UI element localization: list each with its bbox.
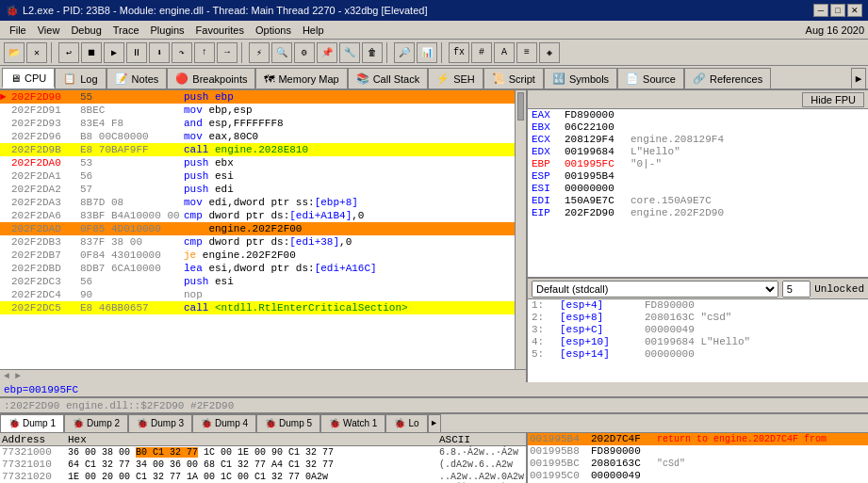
tb-stepout[interactable]: ↑ (194, 42, 215, 63)
menu-help[interactable]: Help (297, 23, 330, 38)
menu-debug[interactable]: Debug (65, 23, 106, 38)
tb-b1[interactable]: ⚡ (249, 42, 270, 63)
scroll-thumb[interactable] (517, 92, 524, 121)
menu-trace[interactable]: Trace (107, 23, 145, 38)
disasm-row[interactable]: 202F2DC3 56 push esi (0, 275, 515, 288)
callstack-icon: 📚 (356, 72, 369, 85)
stack-addr-row[interactable]: 001995BC 2080163C "cSd" (528, 458, 868, 470)
minimize-button[interactable]: ─ (813, 4, 828, 17)
bottom-tab-arrow[interactable]: ► (428, 414, 441, 433)
bottom-tab-lo-label: Lo (408, 418, 418, 428)
tb-b8[interactable]: 📊 (417, 42, 437, 63)
close-button[interactable]: ✕ (847, 4, 862, 17)
disasm-row[interactable]: 202F2DA1 56 push esi (0, 169, 515, 183)
tab-seh[interactable]: ⚡ SEH (428, 68, 483, 89)
stack-addr: 001995C0 (530, 470, 591, 482)
stack-area[interactable]: 1: [esp+4] FD890000 2: [esp+8] 2080163C … (528, 299, 868, 382)
disasm-row[interactable]: 202F2DA6 83BF B4A10000 00 cmp dword ptr … (0, 209, 515, 222)
disasm-row[interactable]: 202F2D93 83E4 F8 and esp,FFFFFFF8 (0, 117, 515, 130)
lo-icon: 🐞 (394, 418, 405, 428)
stack-val: FD890000 (591, 445, 657, 458)
tb-hash[interactable]: # (471, 42, 492, 63)
disasm-row[interactable]: 202F2DA2 57 push edi (0, 183, 515, 196)
tab-script[interactable]: 📜 Script (483, 68, 544, 89)
dump-panel[interactable]: Address Hex ASCII 77321000 36 00 38 00 B… (0, 433, 528, 483)
tb-stop[interactable]: ⏹ (81, 42, 102, 63)
tb-runtocursor[interactable]: → (217, 42, 237, 63)
menu-favourites[interactable]: Favourites (190, 23, 250, 38)
stack-count[interactable] (782, 281, 811, 298)
stack-addr-panel[interactable]: 001995B4 202D7C4F return to engine.202D7… (528, 433, 868, 483)
tab-notes-label: Notes (132, 73, 159, 85)
tab-log[interactable]: 📋 Log (55, 68, 106, 89)
bottom-tab-dump5-label: Dump 5 (279, 418, 312, 428)
disasm-row[interactable]: 202F2D9B E8 70BAF9FF call engine.2028E81… (0, 143, 515, 156)
disasm-row[interactable]: ► 202F2D90 55 push ebp (0, 90, 515, 104)
tb-run[interactable]: ▶ (104, 42, 124, 63)
bottom-tab-dump5[interactable]: 🐞 Dump 5 (256, 414, 320, 433)
tb-b2[interactable]: 🔍 (271, 42, 292, 63)
stack-item: 5: [esp+14] 00000000 (528, 348, 868, 361)
bottom-tab-dump3[interactable]: 🐞 Dump 3 (128, 414, 192, 433)
tb-close[interactable]: ✕ (26, 42, 47, 63)
menu-view[interactable]: View (32, 23, 66, 38)
tb-b5[interactable]: 🔧 (339, 42, 360, 63)
tb-b10[interactable]: ◈ (539, 42, 560, 63)
bottom-tab-dump1[interactable]: 🐞 Dump 1 (0, 414, 64, 433)
disasm-row[interactable]: 202F2DB3 837F 38 00 cmp dword ptr ds:[ed… (0, 235, 515, 249)
bottom-tab-lo[interactable]: 🐞 Lo (385, 414, 427, 433)
disasm-asm: call <ntdll.RtlEnterCriticalSection> (184, 301, 515, 314)
disasm-row[interactable]: 202F2DC5 E8 46BB0657 call <ntdll.RtlEnte… (0, 301, 515, 314)
bottom-tab-dump2[interactable]: 🐞 Dump 2 (64, 414, 128, 433)
tb-b3[interactable]: ⚙ (294, 42, 315, 63)
tb-restart[interactable]: ↩ (58, 42, 79, 63)
tab-symbols[interactable]: 🔣 Symbols (544, 68, 617, 89)
tb-pause[interactable]: ⏸ (126, 42, 147, 63)
tb-b6[interactable]: 🗑 (362, 42, 383, 63)
disasm-row[interactable]: 202F2DBD 8DB7 6CA10000 lea esi,dword ptr… (0, 262, 515, 275)
tb-b9[interactable]: ≡ (516, 42, 537, 63)
tb-fx[interactable]: fx (449, 42, 469, 63)
tb-b4[interactable]: 📌 (317, 42, 337, 63)
tab-breakpoints[interactable]: 🔴 Breakpoints (167, 68, 255, 89)
stack-addr-row[interactable]: 001995B4 202D7C4F return to engine.202D7… (528, 433, 868, 445)
tb-stepover[interactable]: ↷ (172, 42, 192, 63)
dump-row[interactable]: 77321020 1E 00 20 00 C1 32 77 1A 00 1C 0… (0, 471, 526, 483)
menu-options[interactable]: Options (250, 23, 297, 38)
hide-fpu-button[interactable]: Hide FPU (802, 92, 864, 107)
disasm-area[interactable]: ► 202F2D90 55 push ebp 202F2D91 8BEC mov… (0, 90, 526, 369)
maximize-button[interactable]: □ (830, 4, 845, 17)
disasm-row[interactable]: 202F2DC4 90 nop (0, 288, 515, 301)
tab-memorymap[interactable]: 🗺 Memory Map (255, 68, 347, 89)
dump-row[interactable]: 77321000 36 00 38 00 B0 C1 32 77 1C 00 1… (0, 446, 526, 459)
dump-row[interactable]: 77321010 64 C1 32 77 34 00 36 00 68 C1 3… (0, 459, 526, 471)
stack-addr-row[interactable]: 001995C0 00000049 (528, 470, 868, 482)
disasm-row[interactable]: 202F2DAD 0F85 4D010000 jne engine.202F2F… (0, 222, 515, 235)
disasm-row[interactable]: 202F2DA0 53 push ebx (0, 156, 515, 169)
stack-addr-row[interactable]: 001995B8 FD890000 (528, 445, 868, 458)
tab-cpu[interactable]: 🖥 CPU (2, 68, 55, 89)
menu-file[interactable]: File (4, 23, 32, 38)
disasm-row[interactable]: 202F2DA3 8B7D 08 mov edi,dword ptr ss:[e… (0, 196, 515, 209)
disasm-row[interactable]: 202F2D91 8BEC mov ebp,esp (0, 104, 515, 117)
disasm-row[interactable]: 202F2D96 B8 00C80000 mov eax,80C0 (0, 130, 515, 143)
tb-open[interactable]: 📂 (4, 42, 25, 63)
stack-calling-convention[interactable]: Default (stdcall) (532, 281, 778, 298)
bottom-tab-dump4[interactable]: 🐞 Dump 4 (192, 414, 256, 433)
disasm-scrollbar[interactable] (515, 90, 526, 369)
disasm-row[interactable]: 202F2DB7 0F84 43010000 je engine.202F2F0… (0, 249, 515, 262)
tab-notes[interactable]: 📝 Notes (106, 68, 168, 89)
menu-plugins[interactable]: Plugins (145, 23, 190, 38)
tb-A[interactable]: A (494, 42, 515, 63)
tab-more[interactable]: ▶ (851, 68, 866, 89)
bottom-tab-dump2-label: Dump 2 (87, 418, 120, 428)
bottom-tab-watch1[interactable]: 🐞 Watch 1 (320, 414, 385, 433)
tb-stepinto[interactable]: ⬇ (149, 42, 170, 63)
reg-ecx: ECX 208129F4 engine.208129F4 (528, 134, 868, 146)
tab-references[interactable]: 🔗 References (684, 68, 771, 89)
registers-area[interactable]: EAX FD890000 EBX 06C22100 ECX 208129F4 e… (528, 109, 868, 279)
tb-b7[interactable]: 🔎 (394, 42, 415, 63)
tab-source[interactable]: 📄 Source (617, 68, 684, 89)
watch1-icon: 🐞 (329, 418, 340, 428)
tab-callstack[interactable]: 📚 Call Stack (348, 68, 429, 89)
